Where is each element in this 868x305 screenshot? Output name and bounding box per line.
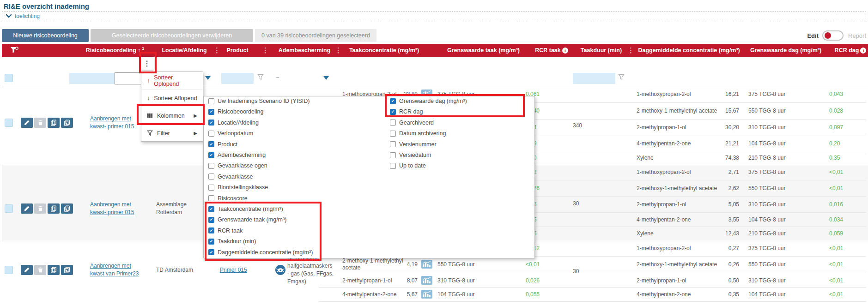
- column-header-adembescherming[interactable]: Adembescherming: [274, 44, 334, 57]
- column-toggle-product[interactable]: ✔Product: [208, 140, 237, 149]
- checkbox-unchecked-icon: [390, 163, 396, 169]
- rcr-dag-value: <0,01: [829, 261, 857, 268]
- menu-item-filter[interactable]: Filter ▶: [141, 125, 203, 142]
- submenu-arrow-icon: ▶: [194, 113, 197, 118]
- edit-button[interactable]: [21, 265, 33, 275]
- locatie-cell: TD Amsterdam: [156, 266, 202, 274]
- exposure-chart-icon[interactable]: [421, 276, 432, 287]
- checkbox-checked-icon: ✔: [208, 152, 214, 158]
- column-header-rcr-taak[interactable]: RCR taaki: [528, 44, 575, 57]
- column-toggle-verloopdatum[interactable]: Verloopdatum: [208, 129, 253, 138]
- column-toggle-label: Versiedatum: [399, 152, 431, 158]
- row-select-checkbox[interactable]: [5, 119, 13, 127]
- adembescherming-column-menu-icon[interactable]: ⋮: [335, 46, 342, 55]
- edit-button[interactable]: [21, 203, 33, 214]
- column-toggle-label: Taakconcentratie (mg/m³): [218, 206, 283, 212]
- column-toggle-risicoscore[interactable]: Risicoscore: [208, 194, 248, 203]
- column-toggle-label: Gevaarklasse: [218, 173, 253, 180]
- daggemiddelde-value: 30,20: [708, 124, 739, 131]
- filter-funnel-icon: [147, 130, 153, 136]
- checkbox-checked-icon: ✔: [208, 227, 214, 233]
- grenswaarde-dag-cell: 550 TGG-8 uur: [748, 261, 801, 268]
- column-toggle-label: Risicobeoordeling: [218, 108, 263, 115]
- column-toggle-datum-archivering[interactable]: Datum archivering: [390, 129, 446, 138]
- column-header-grenswaarde-dag[interactable]: Grenswaarde dag (mg/m³): [747, 44, 825, 57]
- exposure-chart-icon[interactable]: [421, 260, 432, 270]
- copy-button[interactable]: [48, 203, 60, 214]
- delete-button[interactable]: [34, 265, 46, 275]
- clear-filters-icon[interactable]: [10, 47, 18, 56]
- column-header-taakconcentratie[interactable]: Taakconcentratie (mg/m³): [341, 44, 427, 57]
- column-toggle-taakconcentratie-mg-m[interactable]: ✔Taakconcentratie (mg/m³): [208, 205, 283, 213]
- rcr-dag-value: 0,20: [829, 140, 857, 147]
- column-toggle-label: Verloopdatum: [218, 130, 253, 137]
- column-toggle-taakduur-min[interactable]: ✔Taakduur (min): [208, 237, 256, 245]
- checkbox-unchecked-icon: [390, 141, 396, 147]
- delete-button[interactable]: [34, 203, 46, 214]
- daggemiddelde-value: 0,27: [708, 245, 739, 252]
- rcr-dag-info-icon[interactable]: i: [860, 48, 866, 54]
- taakduur-column-menu-icon[interactable]: ⋮: [627, 46, 634, 55]
- column-toggle-rcr-dag[interactable]: ✔RCR dag: [390, 108, 423, 116]
- row-select-checkbox[interactable]: [5, 204, 13, 213]
- column-toggle-adembescherming[interactable]: ✔Adembescherming: [208, 151, 266, 159]
- column-toggle-gevaarklasse-ogen[interactable]: Gevaarklasse ogen: [208, 161, 267, 170]
- column-toggle-gevaarklasse[interactable]: Gevaarklasse: [208, 173, 253, 181]
- risicobeoordeling-link[interactable]: Aanbrengen met kwast van Primer23: [90, 262, 143, 278]
- column-header-rcr-dag[interactable]: RCR dagi: [831, 44, 868, 57]
- grenswaarde-dag-cell: 310 TGG-8 uur: [748, 124, 801, 131]
- column-header-locatie[interactable]: Locatie/Afdeling: [157, 44, 212, 57]
- product-link[interactable]: Primer 015: [220, 266, 247, 274]
- copy-button[interactable]: [48, 118, 60, 128]
- sort-descending-icon: ↓: [147, 95, 150, 102]
- column-toggle-locatie-afdeling[interactable]: ✔Locatie/Afdeling: [208, 119, 259, 127]
- column-toggle-gearchiveerd[interactable]: Gearchiveerd: [390, 119, 434, 127]
- rcr-dag-value: <0,01: [829, 168, 857, 176]
- column-toggle-rcr-taak[interactable]: ✔RCR taak: [208, 227, 243, 235]
- risicobeoordeling-column-menu-button[interactable]: ⋮: [140, 57, 154, 70]
- taakduur-cell: 340: [573, 122, 591, 129]
- column-toggle-versienummer[interactable]: Versienummer: [390, 140, 437, 149]
- checkbox-unchecked-icon: [208, 173, 214, 179]
- menu-item-sorteer-oplopend[interactable]: ↑ Sorteer Oplopend: [141, 72, 203, 90]
- rcr-dag-value: 0,059: [829, 230, 857, 237]
- column-header-taakduur[interactable]: Taakduur (min): [577, 44, 625, 57]
- grenswaarde-dag-cell: 104 TGG-8 uur: [748, 140, 801, 147]
- taakduur-cell: 30: [573, 268, 591, 275]
- menu-item-kolommen[interactable]: Kolommen ▶: [141, 107, 203, 125]
- menu-item-sorteer-aflopend[interactable]: ↓ Sorteer Aflopend: [141, 90, 203, 107]
- grenswaarde-dag-cell: 104 TGG-8 uur: [748, 216, 801, 223]
- copy-to-button[interactable]: [61, 118, 73, 128]
- product-column-menu-icon[interactable]: ⋮: [262, 46, 269, 55]
- column-toggle-up-to-date[interactable]: Up to date: [390, 161, 426, 170]
- checkbox-checked-icon: ✔: [208, 141, 214, 147]
- column-toggle-uw-inademings-scenario-id-yisid[interactable]: Uw Inademings Scenario ID (YISID): [208, 97, 310, 105]
- column-header-daggemiddelde[interactable]: Daggemiddelde concentratie (mg/m³): [635, 44, 743, 57]
- rcr-taak-info-icon[interactable]: i: [562, 48, 568, 54]
- column-toggle-label: Adembescherming: [218, 152, 266, 158]
- column-toggle-daggemiddelde-concentratie-mg-m[interactable]: ✔Daggemiddelde concentratie (mg/m³): [208, 248, 313, 257]
- column-header-grenswaarde-taak[interactable]: Grenswaarde taak (mg/m³): [441, 44, 526, 57]
- exposure-chart-icon[interactable]: [421, 290, 432, 300]
- risicobeoordeling-link[interactable]: Aanbrengen met kwast- primer 015: [90, 201, 143, 216]
- copy-to-button[interactable]: [61, 203, 73, 214]
- column-toggle-versiedatum[interactable]: Versiedatum: [390, 151, 431, 159]
- copy-to-button[interactable]: [61, 265, 73, 275]
- daggemiddelde-value: 15,67: [708, 107, 739, 114]
- copy-button[interactable]: [48, 265, 60, 275]
- column-toggle-grenswaarde-dag-mg-m[interactable]: ✔Grenswaarde dag (mg/m³): [390, 97, 467, 105]
- column-header-product[interactable]: Product: [212, 44, 263, 57]
- delete-button[interactable]: [34, 118, 46, 128]
- column-header-risicobeoordeling[interactable]: Risicobeoordeling↑1: [83, 44, 147, 57]
- adembescherming-cell: Herbruikbare halfgelaatmaskers - gas (Ga…: [287, 254, 334, 286]
- rcr-dag-value: <0,01: [829, 245, 857, 252]
- column-toggle-risicobeoordeling[interactable]: ✔Risicobeoordeling: [208, 108, 263, 116]
- rie-overzicht-screen: RI&E overzicht inademing toelichting Nie…: [0, 0, 868, 305]
- row-select-checkbox[interactable]: [5, 266, 13, 274]
- column-toggle-grenswaarde-taak-mg-m[interactable]: ✔Grenswaarde taak (mg/m³): [208, 215, 286, 224]
- edit-button[interactable]: [21, 118, 33, 128]
- column-toggle-blootstellingsklasse[interactable]: Blootstellingsklasse: [208, 183, 268, 191]
- risicobeoordeling-link[interactable]: Aanbrengen met kwast- primer 015: [90, 115, 143, 131]
- table-top-line: [2, 86, 868, 86]
- grenswaarde-dag-cell: 550 TGG-8 uur: [748, 107, 801, 114]
